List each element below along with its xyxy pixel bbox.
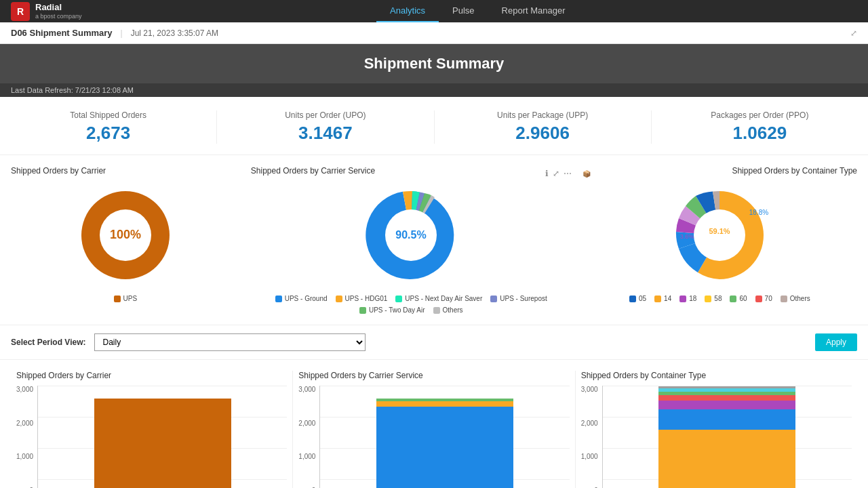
cs-stacked-bar — [376, 399, 513, 488]
legend-dot-nda-saver — [395, 296, 402, 302]
legend-hdg01: UPS - HDG01 — [336, 295, 388, 302]
container-title-row: 📦 Shipped Orders by Container Type — [583, 166, 857, 181]
container-pie-chart: 59.1% 18.8% 3.6% — [658, 181, 781, 289]
bar-charts-section: Shipped Orders by Carrier 3,000 2,000 1,… — [0, 360, 868, 488]
breadcrumb: D06 Shipment Summary | Jul 21, 2023 3:35… — [0, 22, 868, 44]
metric-label-1: Units per Order (UPO) — [217, 110, 433, 120]
carrier-service-pie-chart: 90.5% — [357, 181, 465, 289]
legend-two-day: UPS - Two Day Air — [359, 306, 425, 314]
top-navigation: R Radial a bpost company Analytics Pulse… — [0, 0, 868, 22]
expand-icon[interactable]: ⤢ — [850, 28, 857, 38]
svg-text:18.8%: 18.8% — [749, 209, 768, 216]
carrier-service-bar-chart: 3,000 2,000 1,000 0 — [298, 386, 569, 488]
metric-label-2: Units per Package (UPP) — [435, 110, 651, 120]
carrier-pie-title: Shipped Orders by Carrier — [11, 166, 240, 176]
breadcrumb-date: Jul 21, 2023 3:35:07 AM — [131, 28, 218, 38]
container-legend: 05 14 18 58 60 — [629, 295, 810, 302]
logo-text: Radial a bpost company — [35, 3, 82, 19]
container-bar-panel: Shipped Orders by Container Type 3,000 2… — [576, 371, 857, 488]
carrier-service-pie-container: 90.5% UPS - Ground UPS - HDG01 UPS - Nex… — [251, 181, 572, 314]
data-refresh-bar: Last Data Refresh: 7/21/23 12:08 AM — [0, 83, 868, 97]
legend-nda-saver: UPS - Next Day Air Saver — [395, 295, 482, 302]
expand-chart-icon[interactable]: ⤢ — [553, 169, 559, 178]
nav-pulse[interactable]: Pulse — [439, 0, 488, 22]
more-icon[interactable]: ⋯ — [564, 169, 572, 178]
carrier-bar-ups — [94, 399, 231, 488]
carrier-service-bar-title: Shipped Orders by Carrier Service — [298, 371, 569, 380]
legend-c70: 70 — [755, 295, 772, 302]
ct-bar-14 — [658, 401, 795, 409]
svg-point-5 — [694, 209, 745, 261]
carrier-service-bar-panel: Shipped Orders by Carrier Service 3,000 … — [293, 371, 575, 488]
apply-button[interactable]: Apply — [815, 333, 857, 351]
container-bar-chart: 3,000 2,000 1,000 0 — [581, 386, 852, 488]
carrier-service-title-row: Shipped Orders by Carrier Service ℹ ⤢ ⋯ — [251, 166, 572, 181]
svg-text:90.5%: 90.5% — [396, 229, 427, 241]
period-bar: Select Period View: Daily Weekly Monthly… — [0, 325, 868, 360]
carrier-pie-panel: Shipped Orders by Carrier 100% UPS — [11, 166, 240, 314]
legend-dot-surepost — [490, 296, 497, 302]
legend-surepost: UPS - Surepost — [490, 295, 547, 302]
info-icon[interactable]: ℹ — [545, 169, 549, 178]
ct-y-axis: 3,000 2,000 1,000 0 — [581, 386, 602, 488]
logo-sub: a bpost company — [35, 13, 82, 20]
metric-value-3: 1.0629 — [652, 123, 868, 144]
pie-charts-section: Shipped Orders by Carrier 100% UPS Shipp… — [0, 155, 868, 325]
container-pie-title: Shipped Orders by Container Type — [732, 166, 857, 176]
svg-text:3.6%: 3.6% — [680, 233, 694, 240]
carrier-pie-chart: 100% — [71, 181, 180, 289]
legend-dot-ground — [275, 296, 282, 302]
legend-c18: 18 — [679, 295, 696, 302]
metric-value-2: 2.9606 — [435, 123, 651, 144]
nav-analytics[interactable]: Analytics — [376, 0, 439, 22]
carrier-bar-inner — [37, 386, 287, 488]
nav-report-manager[interactable]: Report Manager — [488, 0, 579, 22]
container-pie-panel: 📦 Shipped Orders by Container Type — [583, 166, 857, 314]
page-title: Shipment Summary — [364, 55, 505, 72]
carrier-legend: UPS — [114, 295, 138, 302]
container-bar-title: Shipped Orders by Container Type — [581, 371, 852, 380]
legend-c60: 60 — [730, 295, 747, 302]
cs-y-axis: 3,000 2,000 1,000 0 — [298, 386, 319, 488]
legend-dot-two-day — [359, 307, 366, 314]
legend-c05: 05 — [629, 295, 646, 302]
logo-name: Radial — [35, 3, 82, 12]
metric-label-0: Total Shipped Orders — [0, 110, 216, 120]
cs-bar-inner — [319, 386, 569, 488]
chart-action-icons: ℹ ⤢ ⋯ — [545, 169, 572, 178]
data-refresh-label: Last Data Refresh: 7/21/23 12:08 AM — [11, 86, 134, 94]
container-pie-container: 59.1% 18.8% 3.6% 05 14 18 — [583, 181, 857, 302]
legend-c58: 58 — [705, 295, 722, 302]
logo-icon: R — [11, 2, 30, 21]
period-label: Select Period View: — [11, 338, 86, 347]
metric-upp: Units per Package (UPP) 2.9606 — [435, 110, 652, 144]
ct-stacked-bar — [658, 386, 795, 488]
legend-ground: UPS - Ground — [275, 295, 328, 302]
svg-text:59.1%: 59.1% — [709, 227, 730, 235]
legend-others-ct: Others — [781, 295, 810, 302]
carrier-y-axis: 3,000 2,000 1,000 0 — [16, 386, 37, 488]
legend-dot-hdg01 — [336, 296, 342, 302]
metrics-row: Total Shipped Orders 2,673 Units per Ord… — [0, 97, 868, 155]
nav-links: Analytics Pulse Report Manager — [98, 0, 857, 22]
ct-bar-18 — [658, 395, 795, 401]
metric-total-shipped: Total Shipped Orders 2,673 — [0, 110, 217, 144]
ct-bar-58 — [658, 430, 795, 488]
breadcrumb-actions: ⤢ — [850, 28, 857, 38]
carrier-service-pie-title: Shipped Orders by Carrier Service — [251, 166, 375, 176]
period-select[interactable]: Daily Weekly Monthly — [94, 333, 366, 351]
container-icon: 📦 — [583, 170, 591, 178]
ct-bar-70 — [658, 409, 795, 430]
legend-others-cs: Others — [433, 306, 463, 314]
carrier-bar-chart: 3,000 2,000 1,000 0 — [16, 386, 287, 488]
page-header: Shipment Summary — [0, 44, 868, 83]
legend-dot-ups — [114, 296, 121, 302]
carrier-bar-title: Shipped Orders by Carrier — [16, 371, 287, 380]
metric-value-1: 3.1467 — [217, 123, 433, 144]
logo: R Radial a bpost company — [11, 2, 82, 21]
metric-value-0: 2,673 — [0, 123, 216, 144]
breadcrumb-title: D06 Shipment Summary — [11, 28, 113, 38]
carrier-pie-container: 100% UPS — [11, 181, 240, 302]
legend-dot-others-cs — [433, 307, 440, 314]
cs-bar-hdg01 — [376, 401, 513, 407]
